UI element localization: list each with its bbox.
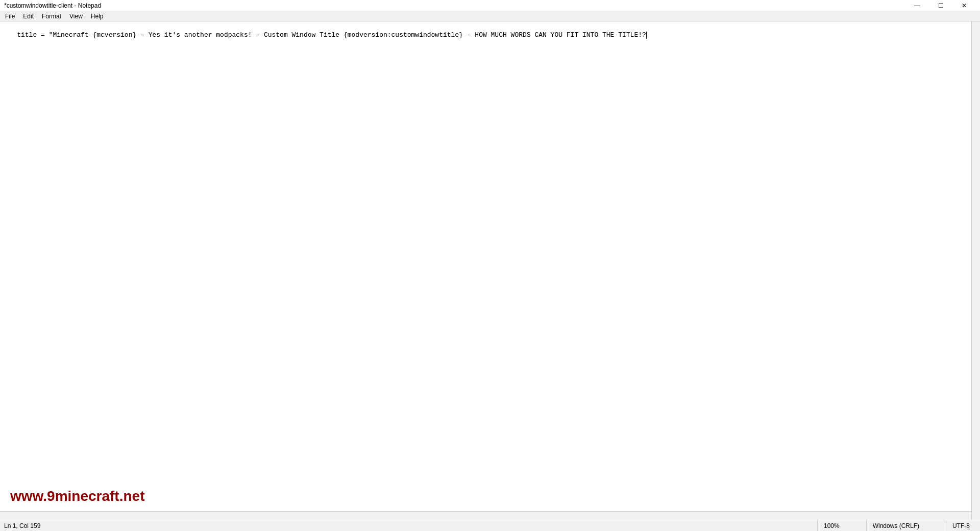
menu-format[interactable]: Format xyxy=(38,11,65,21)
menu-bar: File Edit Format View Help xyxy=(0,11,980,21)
vertical-scrollbar[interactable] xyxy=(971,21,980,520)
text-cursor xyxy=(646,32,647,39)
status-line-ending: Windows (CRLF) xyxy=(866,520,925,531)
watermark: www.9minecraft.net xyxy=(10,488,144,504)
menu-help[interactable]: Help xyxy=(87,11,108,21)
maximize-button[interactable]: ☐ xyxy=(929,1,952,11)
minimize-button[interactable]: — xyxy=(905,1,929,11)
menu-file[interactable]: File xyxy=(1,11,19,21)
editor-container[interactable]: title = "Minecraft {mcversion} - Yes it'… xyxy=(0,21,980,520)
status-bar: Ln 1, Col 159 100% Windows (CRLF) UTF-8 xyxy=(0,520,980,531)
window-title: *customwindowtitle-client - Notepad xyxy=(4,2,101,9)
status-position: Ln 1, Col 159 xyxy=(4,520,46,531)
menu-view[interactable]: View xyxy=(65,11,87,21)
status-encoding: UTF-8 xyxy=(946,520,976,531)
window-controls: — ☐ ✕ xyxy=(905,1,976,11)
close-button[interactable]: ✕ xyxy=(952,1,976,11)
horizontal-scrollbar[interactable] xyxy=(0,511,971,520)
editor-line-1: title = "Minecraft {mcversion} - Yes it'… xyxy=(17,31,646,39)
title-bar: *customwindowtitle-client - Notepad — ☐ … xyxy=(0,0,980,11)
editor-text[interactable]: title = "Minecraft {mcversion} - Yes it'… xyxy=(0,21,980,520)
menu-edit[interactable]: Edit xyxy=(19,11,38,21)
status-zoom: 100% xyxy=(817,520,846,531)
